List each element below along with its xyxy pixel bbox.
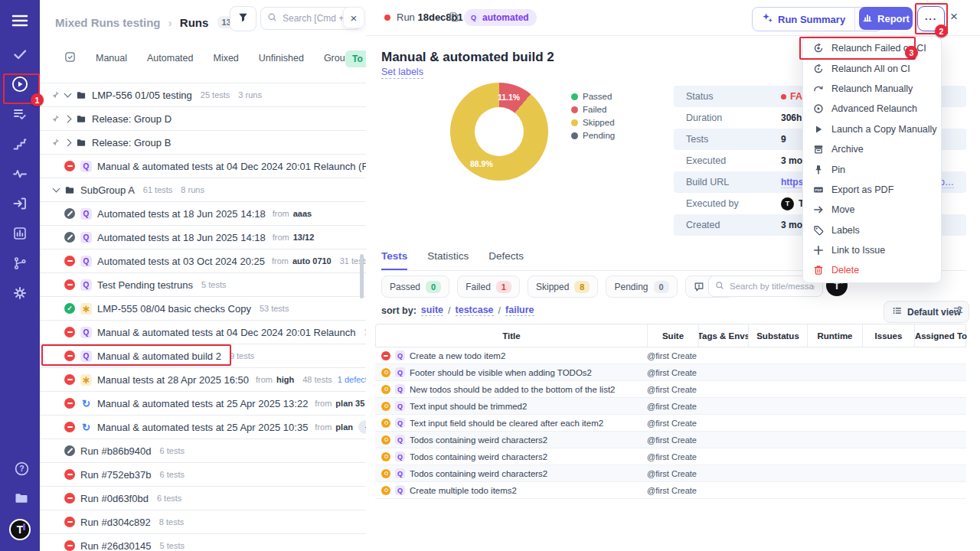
menu-item-labels[interactable]: Labels	[803, 220, 941, 240]
tab-tests[interactable]: Tests	[381, 250, 407, 270]
list-check-icon[interactable]	[11, 106, 29, 122]
steps-icon[interactable]	[11, 135, 29, 152]
folder-icon[interactable]	[12, 490, 31, 507]
chevron-right-icon[interactable]	[64, 139, 72, 146]
tab-automated[interactable]: Automated	[147, 53, 193, 64]
user-avatar[interactable]: T	[9, 519, 31, 540]
run-row[interactable]: ∗LMP-555 08/04 basic checks Copy53 tests	[40, 297, 366, 321]
run-row[interactable]: ↻Manual & automated tests at 25 Apr 2025…	[40, 392, 366, 416]
status-failed-icon	[64, 279, 75, 290]
group-row[interactable]: Release: Group B	[40, 131, 366, 155]
from-label: from	[272, 256, 289, 266]
group-row[interactable]: LMP-556 01/05 testing25 tests3 runs	[40, 83, 366, 107]
chip-passed[interactable]: Passed0	[381, 276, 449, 298]
sort-link-testcase[interactable]: testcase	[456, 305, 494, 316]
run-row[interactable]: QManual & automated tests at 04 Dec 2024…	[40, 155, 366, 178]
table-row[interactable]: QTodos containing weird characters2@firs…	[375, 448, 966, 465]
automated-badge[interactable]: Qautomated	[464, 9, 537, 26]
tab-unfinished[interactable]: Unfinished	[259, 53, 304, 64]
run-row[interactable]: ∗Manual tests at 28 Apr 2025 16:50fromhi…	[40, 368, 366, 392]
table-row[interactable]: QText input should be trimmed2@first Cre…	[375, 398, 966, 415]
filter-button[interactable]	[230, 6, 256, 31]
table-row[interactable]: QTodos containing weird characters2@firs…	[375, 465, 966, 482]
close-panel-button[interactable]: ×	[343, 7, 364, 28]
tab-statistics[interactable]: Statistics	[427, 250, 469, 270]
defects-link[interactable]: 1 defects	[338, 375, 366, 384]
table-row[interactable]: QCreate multiple todo items2@first Creat…	[375, 482, 966, 499]
copy-icon[interactable]	[449, 11, 459, 25]
table-row[interactable]: QTodos containing weird characters2@firs…	[375, 432, 966, 448]
run-row[interactable]: QManual & automated tests at 04 Dec 2024…	[40, 321, 366, 344]
tab-defects[interactable]: Defects	[488, 250, 524, 270]
test-title-cell: QTodos containing weird characters2	[375, 435, 647, 445]
breadcrumb-project[interactable]: Mixed Runs testing	[55, 16, 161, 29]
run-row[interactable]: Run #0d63f0bd6 tests	[40, 487, 366, 510]
chevron-down-icon[interactable]	[64, 90, 72, 98]
menu-item-pin[interactable]: Pin	[803, 159, 941, 179]
group-row[interactable]: Release: Group D	[40, 107, 366, 131]
bar-chart-icon[interactable]	[11, 225, 29, 242]
status-failed-icon	[64, 493, 75, 504]
sort-link-suite[interactable]: suite	[421, 305, 443, 316]
table-row[interactable]: QNew todos should be added to the bottom…	[375, 381, 966, 398]
play-circle-icon[interactable]	[11, 76, 29, 93]
runs-list-scrollbar[interactable]	[360, 254, 364, 298]
column-header-tags-envs[interactable]: Tags & Envs	[699, 324, 749, 347]
sort-link-failure[interactable]: failure	[505, 305, 534, 316]
tab-manual[interactable]: Manual	[96, 53, 127, 64]
close-details-button[interactable]: ×	[950, 9, 958, 24]
legend-item: Pending	[571, 131, 615, 140]
help-icon[interactable]: ?	[12, 460, 31, 477]
run-row[interactable]: ↻Manual & automated tests at 25 Apr 2025…	[40, 416, 366, 439]
menu-item-relaunch-all-on-ci[interactable]: Relaunch All on CI	[803, 58, 941, 78]
chevron-right-icon[interactable]	[64, 115, 72, 122]
column-header-runtime[interactable]: Runtime	[808, 324, 863, 347]
menu-icon[interactable]	[10, 12, 30, 29]
select-all-icon[interactable]	[64, 51, 76, 65]
set-labels-link[interactable]: Set labels	[381, 67, 423, 79]
run-row[interactable]: QAutomated tests at 18 Jun 2025 14:18fro…	[40, 202, 366, 226]
chip-skipped[interactable]: Skipped8	[528, 276, 599, 298]
more-actions-button[interactable]: ···	[917, 6, 945, 31]
menu-item-link-to-issue[interactable]: Link to Issue	[803, 240, 941, 260]
run-row[interactable]: QAutomated tests at 18 Jun 2025 14:18fro…	[40, 226, 366, 249]
chevron-down-icon[interactable]	[53, 185, 60, 193]
run-row[interactable]: Run #26d301455 tests	[40, 534, 366, 551]
run-row[interactable]: QManual & automated build 29 tests	[40, 344, 366, 368]
sliders-icon[interactable]	[952, 305, 964, 319]
import-icon[interactable]	[11, 195, 29, 212]
menu-item-export-as-pdf[interactable]: PDFExport as PDF	[803, 180, 941, 200]
tests-search-input[interactable]	[728, 281, 816, 292]
pulse-icon[interactable]	[11, 165, 29, 182]
run-row[interactable]: QAutomated tests at 03 Oct 2024 20:25fro…	[40, 249, 366, 273]
menu-item-advanced-relaunch[interactable]: Advanced Relaunch	[803, 99, 941, 119]
table-row[interactable]: QFooter should be visible when adding TO…	[375, 364, 966, 381]
check-icon[interactable]	[11, 46, 29, 63]
chip-pending[interactable]: Pending0	[606, 276, 677, 298]
breadcrumb-section[interactable]: Runs	[180, 16, 209, 29]
group-row[interactable]: SubGroup A61 tests8 runs	[40, 178, 366, 202]
column-header-suite[interactable]: Suite	[648, 324, 699, 347]
column-header-title[interactable]: Title	[376, 324, 648, 347]
tab-mixed[interactable]: Mixed	[213, 53, 238, 64]
tab-today[interactable]: To	[345, 51, 367, 67]
menu-item-delete[interactable]: Delete	[803, 260, 941, 280]
run-row[interactable]: Run #b86b940d6 tests	[40, 439, 366, 463]
menu-item-archive[interactable]: Archive	[803, 139, 941, 159]
column-header-substatus[interactable]: Substatus	[749, 324, 808, 347]
column-header-issues[interactable]: Issues	[863, 324, 915, 347]
branch-icon[interactable]	[11, 255, 29, 272]
run-row[interactable]: Run #752eb37b6 tests	[40, 463, 366, 487]
table-row[interactable]: QText input field should be cleared afte…	[375, 415, 966, 432]
menu-item-launch-a-copy-manually[interactable]: Launch a Copy Manually	[803, 119, 941, 139]
column-header-assigned-to[interactable]: Assigned To	[915, 324, 967, 347]
run-row[interactable]: QTest Pending testruns5 tests	[40, 273, 366, 297]
report-button[interactable]: Report	[859, 7, 913, 30]
gear-icon[interactable]	[11, 285, 29, 302]
menu-item-relaunch-failed-on-ci[interactable]: Relaunch Failed on CI	[803, 38, 941, 58]
table-row[interactable]: QCreate a new todo item2@first Create ..…	[375, 347, 966, 364]
run-row[interactable]: Run #d304c8928 tests	[40, 510, 366, 534]
menu-item-move[interactable]: Move	[803, 200, 941, 220]
menu-item-relaunch-manually[interactable]: Relaunch Manually	[803, 79, 941, 99]
chip-failed[interactable]: Failed1	[457, 276, 520, 298]
